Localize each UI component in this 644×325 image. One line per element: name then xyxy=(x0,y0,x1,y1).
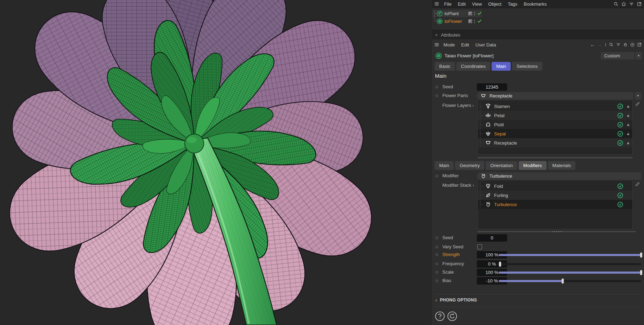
tab-selections[interactable]: Selections xyxy=(512,62,542,71)
object-row-toflower[interactable]: toFlower xyxy=(433,18,482,25)
param-diamond-icon[interactable]: ◇ xyxy=(435,270,438,274)
tab-materials[interactable]: Materials xyxy=(548,161,576,170)
param-diamond-icon[interactable]: ◇ xyxy=(435,235,438,240)
param-diamond-icon[interactable]: ◇ xyxy=(435,84,438,89)
enabled-check-icon[interactable] xyxy=(617,192,623,198)
menu-object[interactable]: Object xyxy=(485,0,505,8)
param-diamond-icon[interactable]: ◇ xyxy=(435,93,438,98)
layer-row-sepal[interactable]: Sepal ▲ xyxy=(478,129,632,138)
menu-user-data[interactable]: User Data xyxy=(472,42,499,47)
menu-tags[interactable]: Tags xyxy=(505,0,520,8)
param-diamond-icon[interactable]: ◇ xyxy=(435,261,438,266)
visibility-dots-icon[interactable] xyxy=(474,20,475,23)
tree-line xyxy=(478,200,485,209)
forward-arrow-icon[interactable]: → xyxy=(597,42,602,47)
menu-mode[interactable]: Mode xyxy=(440,42,458,47)
layer-row-receptacle[interactable]: Receptacle ▲ xyxy=(478,138,632,147)
modifier-row-turbulence[interactable]: Turbulence xyxy=(478,200,632,209)
modifier-dropdown[interactable]: Turbulence xyxy=(477,172,641,180)
popout-icon[interactable] xyxy=(637,1,642,7)
enabled-check-icon[interactable] xyxy=(617,140,623,146)
menu-file[interactable]: File xyxy=(441,0,455,8)
param-diamond-icon[interactable]: ◇ xyxy=(435,173,438,178)
target-icon[interactable] xyxy=(630,42,635,47)
menu-view[interactable]: View xyxy=(469,0,485,8)
solo-triangle-icon[interactable]: ▲ xyxy=(626,113,632,118)
enabled-check-icon[interactable] xyxy=(477,11,482,17)
pistil-icon xyxy=(485,121,491,128)
resize-handle-dots-icon[interactable] xyxy=(551,231,563,232)
lock-icon[interactable] xyxy=(623,42,628,47)
back-arrow-icon[interactable]: ← xyxy=(590,42,595,47)
layer-row-petal[interactable]: Petal ▲ xyxy=(478,111,632,120)
tab-basic[interactable]: Basic xyxy=(435,62,455,71)
enabled-check-icon[interactable] xyxy=(617,113,623,119)
filter-icon[interactable] xyxy=(629,1,634,7)
frequency-slider[interactable] xyxy=(499,263,641,265)
enabled-check-icon[interactable] xyxy=(477,18,482,25)
modifier-name: Turbulence xyxy=(494,202,617,207)
tab-geometry[interactable]: Geometry xyxy=(455,161,484,170)
layer-badge-icon[interactable] xyxy=(468,12,472,15)
chevron-down-icon[interactable]: ▼ xyxy=(636,52,642,59)
enabled-check-icon[interactable] xyxy=(617,183,623,189)
object-name[interactable]: toFlower xyxy=(444,19,468,24)
tab-coordinates[interactable]: Coordinates xyxy=(456,62,490,71)
edit-pencil-icon[interactable] xyxy=(635,101,640,108)
help-icon[interactable] xyxy=(435,311,445,321)
preset-dropdown[interactable]: Custom xyxy=(601,52,634,59)
chevron-down-icon[interactable]: ▼ xyxy=(635,92,641,100)
tree-line xyxy=(478,138,485,147)
section-divider xyxy=(435,307,641,307)
modifier-row-fold[interactable]: Fold xyxy=(478,181,632,191)
3d-viewport[interactable] xyxy=(0,0,432,325)
chevron-right-icon: › xyxy=(472,103,474,108)
modifier-stack-label: Modifier Stack › xyxy=(442,183,474,188)
menu-bookmarks[interactable]: Bookmarks xyxy=(520,0,550,8)
edit-pencil-icon[interactable] xyxy=(635,181,640,188)
modifier-row-furling[interactable]: Furling xyxy=(478,191,632,200)
flower-parts-dropdown[interactable]: Receptacle xyxy=(477,92,633,100)
phong-options-header[interactable]: › PHONG OPTIONS xyxy=(435,297,477,303)
horizontal-scrollbar[interactable] xyxy=(478,157,633,158)
object-row-toplant[interactable]: toPlant xyxy=(433,10,482,17)
search-icon[interactable] xyxy=(609,42,614,47)
param-diamond-icon[interactable]: ◇ xyxy=(435,278,438,283)
solo-triangle-icon[interactable]: ▲ xyxy=(626,122,632,127)
close-icon[interactable]: × xyxy=(432,32,441,38)
seed-input[interactable]: 12345 xyxy=(477,83,507,91)
param-diamond-icon[interactable]: ◇ xyxy=(435,244,438,249)
strength-slider[interactable] xyxy=(499,254,641,256)
tab-orientation[interactable]: Orientation xyxy=(486,161,517,170)
menu-edit[interactable]: Edit xyxy=(455,0,469,8)
enabled-check-icon[interactable] xyxy=(617,131,623,137)
up-arrow-icon[interactable]: ↑ xyxy=(604,42,607,47)
scale-slider[interactable] xyxy=(499,272,641,274)
reset-icon[interactable] xyxy=(447,311,457,321)
home-icon[interactable] xyxy=(621,1,626,7)
filter-icon[interactable] xyxy=(616,42,621,47)
visibility-dots-icon[interactable] xyxy=(474,12,475,15)
layer-row-pistil[interactable]: Pistil ▲ xyxy=(478,120,632,129)
solo-triangle-icon[interactable]: ▲ xyxy=(626,140,632,145)
search-icon[interactable] xyxy=(613,1,619,7)
layer-badge-icon[interactable] xyxy=(468,19,472,23)
hamburger-menu-icon[interactable] xyxy=(434,42,440,47)
vary-seed-checkbox[interactable] xyxy=(477,244,482,249)
tab-main[interactable]: Main xyxy=(492,62,511,71)
layer-row-stamen[interactable]: Stamen ▲ xyxy=(478,102,632,111)
tab-main[interactable]: Main xyxy=(435,161,454,170)
bias-slider[interactable] xyxy=(499,280,641,282)
object-name[interactable]: toPlant xyxy=(444,11,468,16)
solo-triangle-icon[interactable]: ▲ xyxy=(626,104,632,109)
seed2-input[interactable]: 0 xyxy=(477,234,507,242)
menu-edit[interactable]: Edit xyxy=(458,42,472,47)
enabled-check-icon[interactable] xyxy=(617,103,623,109)
solo-triangle-icon[interactable]: ▲ xyxy=(626,131,632,136)
popout-icon[interactable] xyxy=(637,42,642,47)
hamburger-menu-icon[interactable] xyxy=(434,1,440,7)
param-diamond-icon[interactable]: ◇ xyxy=(435,252,438,257)
enabled-check-icon[interactable] xyxy=(617,202,623,208)
tab-modifiers[interactable]: Modifiers xyxy=(519,161,547,170)
enabled-check-icon[interactable] xyxy=(617,122,623,128)
